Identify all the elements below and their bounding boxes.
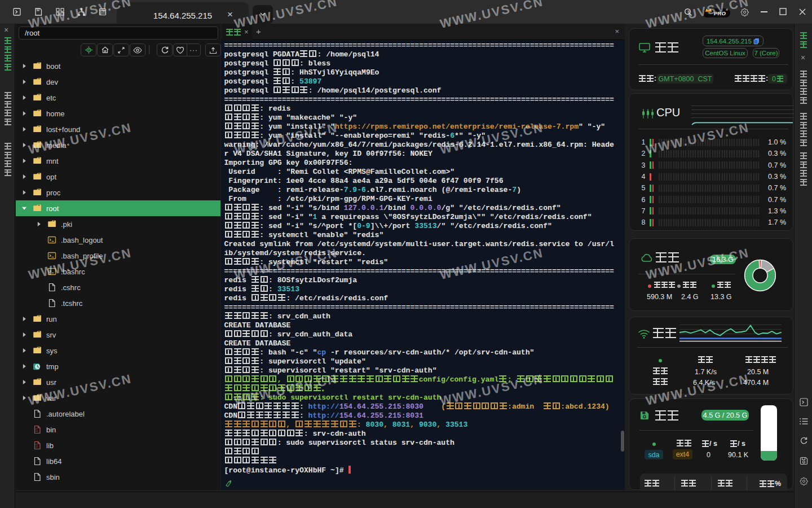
svg-text:10: 10 <box>36 430 38 432</box>
svg-text:10: 10 <box>36 446 38 448</box>
